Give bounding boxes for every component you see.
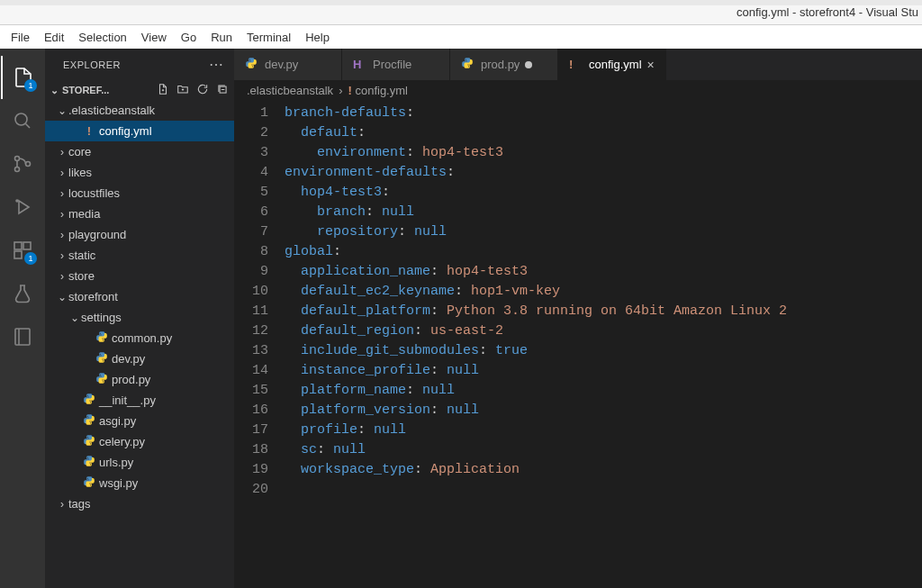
activity-source-control[interactable]: [1, 142, 44, 185]
python-icon: [245, 57, 258, 72]
menu-edit[interactable]: Edit: [37, 29, 71, 46]
window-title: config.yml - storefront4 - Visual Stu: [737, 5, 918, 19]
menu-terminal[interactable]: Terminal: [240, 29, 298, 46]
chevron-icon: ›: [56, 167, 68, 179]
new-file-icon[interactable]: [157, 83, 169, 98]
file-asgi.py[interactable]: asgi.py: [45, 411, 234, 431]
breadcrumbs[interactable]: .elasticbeanstalk›! config.yml: [234, 80, 922, 102]
folder-settings[interactable]: ⌄settings: [45, 307, 234, 328]
collapse-all-icon[interactable]: [216, 83, 229, 98]
tree-label: asgi.py: [99, 414, 136, 428]
folder-tags[interactable]: ›tags: [45, 493, 234, 514]
chevron-icon: ›: [56, 270, 68, 283]
dirty-indicator: [525, 61, 532, 68]
line-gutter: 1234567891011121314151617181920: [234, 102, 285, 588]
svg-rect-7: [14, 251, 22, 258]
tree-label: locustfiles: [68, 186, 120, 200]
explorer-badge: 1: [24, 79, 37, 92]
code-content[interactable]: branch-defaults:default:environment: hop…: [285, 102, 922, 588]
project-header[interactable]: ⌄ STOREF...: [45, 80, 234, 100]
tree-label: __init__.py: [99, 394, 156, 407]
extensions-badge: 1: [24, 252, 37, 265]
folder-storefront[interactable]: ⌄storefront: [45, 286, 234, 307]
python-icon: [83, 434, 95, 449]
chevron-down-icon: ⌄: [50, 85, 59, 96]
tree-label: playground: [68, 228, 126, 241]
file-dev.py[interactable]: dev.py: [45, 348, 234, 369]
new-folder-icon[interactable]: [176, 83, 189, 98]
sidebar-more-icon[interactable]: ⋯: [209, 56, 224, 73]
folder-media[interactable]: ›media: [45, 204, 234, 224]
tab-prod.py[interactable]: prod.py: [450, 49, 558, 80]
folder-locustfiles[interactable]: ›locustfiles: [45, 183, 234, 204]
window-titlebar: config.yml - storefront4 - Visual Stu: [0, 0, 922, 25]
tab-config.yml[interactable]: !config.yml×: [558, 49, 666, 80]
python-icon: [83, 413, 95, 429]
editor[interactable]: 1234567891011121314151617181920 branch-d…: [234, 102, 922, 588]
file-celery.py[interactable]: celery.py: [45, 431, 234, 452]
svg-point-0: [15, 113, 27, 125]
folder-playground[interactable]: ›playground: [45, 224, 234, 245]
activity-extensions[interactable]: 1: [1, 229, 44, 272]
tree-label: likes: [68, 166, 92, 179]
python-icon: [95, 351, 108, 366]
menubar: FileEditSelectionViewGoRunTerminalHelp: [0, 25, 922, 49]
tree-label: media: [68, 207, 100, 221]
breadcrumb-item[interactable]: ! config.yml: [348, 84, 407, 97]
folder-.elasticbeanstalk[interactable]: ⌄.elasticbeanstalk: [45, 100, 234, 121]
breadcrumb-item[interactable]: .elasticbeanstalk: [247, 84, 333, 97]
chevron-icon: ›: [56, 146, 68, 158]
yaml-icon: !: [87, 124, 91, 138]
tree-label: wsgi.py: [99, 476, 138, 490]
chevron-icon: ›: [56, 187, 68, 200]
svg-rect-6: [23, 242, 31, 249]
sidebar: EXPLORER ⋯ ⌄ STOREF... ⌄.elasticb: [45, 49, 234, 588]
file-config.yml[interactable]: !config.yml: [45, 121, 234, 141]
file-tree: ⌄.elasticbeanstalk!config.yml›core›likes…: [45, 100, 234, 588]
tree-label: urls.py: [99, 456, 133, 469]
chevron-icon: ⌄: [68, 312, 81, 324]
refresh-icon[interactable]: [196, 83, 209, 98]
file-__init__.py[interactable]: __init__.py: [45, 390, 234, 411]
svg-rect-8: [15, 329, 30, 345]
menu-view[interactable]: View: [134, 29, 174, 46]
chevron-icon: ⌄: [56, 104, 68, 117]
activity-bar: 1 1: [0, 49, 45, 588]
tree-label: storefront: [68, 290, 118, 303]
file-prod.py[interactable]: prod.py: [45, 369, 234, 390]
activity-other[interactable]: [1, 315, 44, 358]
menu-help[interactable]: Help: [298, 29, 337, 46]
tree-label: common.py: [112, 331, 172, 345]
menu-selection[interactable]: Selection: [71, 29, 133, 46]
tree-label: store: [68, 269, 95, 283]
file-common.py[interactable]: common.py: [45, 328, 234, 348]
tree-label: .elasticbeanstalk: [68, 104, 155, 117]
menu-go[interactable]: Go: [174, 29, 203, 46]
folder-static[interactable]: ›static: [45, 245, 234, 266]
chevron-icon: ›: [56, 249, 68, 262]
tab-label: prod.py: [481, 58, 520, 71]
close-icon[interactable]: ×: [647, 58, 655, 72]
tab-label: Procfile: [373, 58, 411, 71]
activity-search[interactable]: [1, 99, 44, 142]
tree-label: prod.py: [112, 373, 150, 386]
menu-run[interactable]: Run: [203, 29, 240, 46]
tree-label: dev.py: [112, 352, 145, 366]
menu-file[interactable]: File: [4, 29, 37, 46]
file-urls.py[interactable]: urls.py: [45, 452, 234, 473]
file-wsgi.py[interactable]: wsgi.py: [45, 473, 234, 493]
folder-store[interactable]: ›store: [45, 266, 234, 286]
svg-point-4: [16, 200, 18, 202]
activity-testing[interactable]: [1, 272, 44, 315]
folder-likes[interactable]: ›likes: [45, 162, 234, 183]
folder-core[interactable]: ›core: [45, 141, 234, 162]
chevron-icon: ›: [56, 208, 68, 221]
tab-dev.py[interactable]: dev.py: [234, 49, 342, 80]
python-icon: [95, 330, 108, 346]
activity-explorer[interactable]: 1: [1, 56, 44, 99]
svg-point-1: [15, 157, 20, 161]
tab-Procfile[interactable]: HProcfile: [342, 49, 450, 80]
activity-debug[interactable]: [1, 185, 44, 229]
breadcrumb-separator: ›: [339, 84, 342, 97]
tree-label: static: [68, 249, 95, 262]
